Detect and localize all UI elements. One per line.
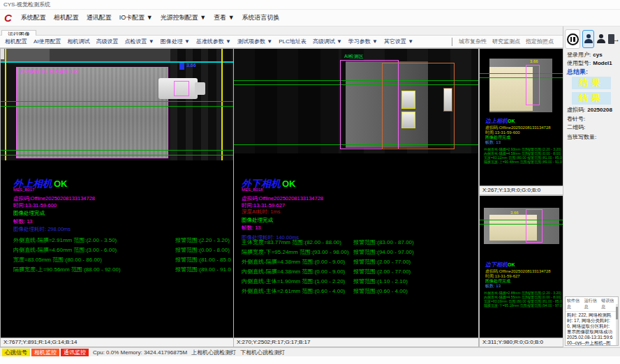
menu-item-4[interactable]: IO卡配置 ▼ xyxy=(119,13,153,22)
camera-panel-outer-bottom: AI检测区 外下相机OK MES_B018 虚拟码:Offline2025020… xyxy=(234,49,478,347)
measure-line xyxy=(480,73,563,74)
camera-image-edge-top[interactable]: 3.66 xyxy=(480,49,563,116)
measure-value: 隔膜宽度-下=95.24mm 范围:(93.00 - 98.00) xyxy=(242,248,353,257)
status-ok: OK xyxy=(282,179,296,189)
measure-value: 隔膜宽度-上=90.48mm 范围:(88.00 - 92.00) xyxy=(484,160,527,164)
control-buttons xyxy=(565,29,619,49)
result-box-1: 结果 xyxy=(572,77,611,89)
title-bar[interactable]: CYS-视觉检测系统 xyxy=(0,0,620,10)
elapsed-line: 图像处理耗时: 298.00ms xyxy=(13,226,231,233)
cam-bottom-heartbeat-label: 下相机心跳检测灯 xyxy=(240,349,285,356)
ai-zone-label: AI检测区 xyxy=(344,53,364,60)
detection-box-magenta xyxy=(526,209,542,243)
done-line: 图像处理完成 xyxy=(485,135,561,140)
toolbar-item-2[interactable]: AI使用配置 xyxy=(34,38,61,45)
virtual-code-line: 虚拟码:Offline20250208133134728 xyxy=(242,195,472,202)
main-area: 静态阈值:93, 动态阈值:100 3.66 外上相机OK MES_B017 虚… xyxy=(0,48,563,347)
time-line: 时间:13-31-59-600 xyxy=(485,130,561,135)
virtual-code-field: 虚拟码:20250208 xyxy=(567,106,612,114)
status-badge-2: 相机监控 xyxy=(31,349,59,356)
alarm-range: 报警范围:(1.10 - 2.10) xyxy=(353,278,408,285)
info-tab-2[interactable]: 运行信息 xyxy=(584,298,600,310)
done-line: 图像处理完成 xyxy=(485,279,561,284)
virtual-code-line: 虚拟码:Offline20250208133134728 xyxy=(485,269,561,274)
camera-image-outer-bottom[interactable]: AI检测区 xyxy=(234,49,478,153)
measure-value: 宽度=83.05mm 范围:(80.00 - 86.00) xyxy=(13,255,175,265)
pause-button[interactable] xyxy=(565,29,580,49)
toolbar-item-7[interactable]: 基准线参数 ▼ xyxy=(196,38,231,45)
edge-spot xyxy=(443,88,452,112)
toolbar-item-12[interactable]: 其它设置 ▼ xyxy=(384,38,413,45)
alarm-range: 报警范围:(89.00 - 91.00) xyxy=(527,160,562,164)
measure-value: 隔膜宽度-上=90.56mm 范围:(88.00 - 92.00) xyxy=(13,265,175,275)
detection-box-magenta xyxy=(526,65,540,105)
app-window: CYS-视觉检测系统 C 系统配置相机配置通讯配置IO卡配置 ▼光源控制配置 ▼… xyxy=(0,0,620,364)
measure-value: 外侧直线-隔膜=4.38mm 范围:(0.00 - 9.00) xyxy=(242,257,353,267)
info-log-box: 软件信息运行信息错误信息 耗时: 222, 网络检测耗时: 17, 网络分类耗时… xyxy=(565,296,619,346)
frame-line: 帧数: 13 xyxy=(485,284,561,289)
menu-item-2[interactable]: 相机配置 xyxy=(54,13,79,22)
pixel-coord-bar-outer-top: X:7677;Y:891;R:14;G:14;B:14 xyxy=(1,338,233,347)
status-bar: 心跳信号相机监控通讯监控 Cpu: 0.0% Memory: 3424.4179… xyxy=(0,347,620,356)
measure-line xyxy=(1,155,233,156)
toolbar-right-item-2[interactable]: 研究监测点 xyxy=(492,38,520,45)
menu-bar: C 系统配置相机配置通讯配置IO卡配置 ▼光源控制配置 ▼查看 ▼系统语言切换 xyxy=(0,10,620,26)
marker-value: 3.66 xyxy=(510,211,519,215)
menu-item-7[interactable]: 系统语言切换 xyxy=(242,13,280,22)
menu-item-1[interactable]: 系统配置 xyxy=(21,13,46,22)
app-logo-icon: C xyxy=(4,13,12,23)
toolbar-items: 相机配置AI使用配置相机调试高级设置点检设置 ▼图像处理 ▼基准线参数 ▼测试项… xyxy=(5,38,413,45)
toolbar-item-9[interactable]: PLC地址表 xyxy=(279,38,307,45)
ai-elapsed-line: 深度AI耗时: 1ms xyxy=(242,208,472,215)
threshold-overlay-text: 静态阈值:93, 动态阈值:100 xyxy=(20,68,78,75)
status-badge-1: 心跳信号 xyxy=(2,349,30,356)
measure-row: 隔膜宽度-上=90.48mm 范围:(88.00 - 92.00)报警范围:(8… xyxy=(484,160,562,164)
exit-button[interactable] xyxy=(608,31,619,47)
baseline-cyan xyxy=(1,61,233,63)
measure-rows-edge-top: 外侧直线-隔膜=2.93mm 范围:(2.00 - 3.50)报警范围:(2.2… xyxy=(484,147,562,164)
toolbar-item-3[interactable]: 相机调试 xyxy=(68,38,90,45)
toolbar-item-8[interactable]: 测试项参数 ▼ xyxy=(237,38,272,45)
control-panel: 登录用户:cys 使用型号:Model1 总结果: 结果 结果 虚拟码:2025… xyxy=(563,26,620,347)
time-line: 时间:13-31-59-627 xyxy=(485,274,561,279)
toolbar-item-11[interactable]: 学习参数 ▼ xyxy=(348,38,378,45)
result-report-outer-bottom: 外下相机OK MES_B018 虚拟码:Offline2025020813313… xyxy=(242,179,472,241)
toolbar-item-4[interactable]: 高级设置 xyxy=(96,38,119,45)
camera-image-outer-top[interactable]: 静态阈值:93, 动态阈值:100 3.66 xyxy=(1,49,233,160)
cam-top-heartbeat-label: 上相机心跳检测灯 xyxy=(191,349,236,356)
measure-rows-outer-bottom: 主体宽度=83.77mm 范围:(82.00 - 88.00)报警范围:(83.… xyxy=(242,238,475,296)
log-scrollbar[interactable] xyxy=(616,304,618,345)
alarm-range: 报警范围:(2.00 - 77.00) xyxy=(353,268,411,275)
status-badge-3: 通讯监控 xyxy=(61,349,89,356)
login-user-button[interactable] xyxy=(582,30,594,48)
menu-item-5[interactable]: 光源控制配置 ▼ xyxy=(161,13,206,22)
toolbar-item-5[interactable]: 点检设置 ▼ xyxy=(125,38,154,45)
camera-image-edge-bottom[interactable]: 3.66 xyxy=(480,196,563,250)
measure-row: 外侧直线-主体=2.61mm 范围:(0.60 - 4.00)报警范围:(0.6… xyxy=(242,287,475,296)
toolbar-right-item-1[interactable]: 城市复杂性 xyxy=(459,38,487,45)
toolbar-item-10[interactable]: 高级调试 ▼ xyxy=(313,38,342,45)
pixel-coord-bar-outer-bottom: X:270;Y:2502;R:17;G:17;B:17 xyxy=(234,338,478,347)
camera-panel-edge-top: 3.66 边上相机OK 虚拟码:Offline20250208133134728… xyxy=(480,49,563,195)
measure-row: 主体宽度=83.77mm 范围:(82.00 - 88.00)报警范围:(83.… xyxy=(242,238,475,248)
virtual-code-line: 虚拟码:Offline20250208133134728 xyxy=(13,195,231,202)
toolbar-right-item-3[interactable]: 指定拍照点 xyxy=(526,38,554,45)
log-text: 耗时: 222, 网络检测耗时: 17, 网络分类耗时: 0, 网络提取分区耗时… xyxy=(566,312,618,346)
marker-value: 3.66 xyxy=(530,59,538,63)
menu-item-3[interactable]: 通讯配置 xyxy=(87,13,112,22)
info-tab-3[interactable]: 错误信息 xyxy=(601,298,617,310)
pin-number-field: 卷针号: xyxy=(567,115,585,123)
camera-title: 边上相机OK xyxy=(485,118,561,124)
status-badges: 心跳信号相机监控通讯监控 xyxy=(2,349,89,356)
detection-box xyxy=(174,81,189,96)
toolbar-item-6[interactable]: 图像处理 ▼ xyxy=(161,38,190,45)
alarm-range: 报警范围:(2.00 - 77.00) xyxy=(353,259,411,265)
info-tab-1[interactable]: 软件信息 xyxy=(567,298,582,310)
toolbar-right-items: 城市复杂性研究监测点指定拍照点 xyxy=(459,38,558,45)
measure-line xyxy=(480,77,563,78)
operator-button[interactable] xyxy=(596,31,606,47)
status-ok: OK xyxy=(54,179,68,189)
toolbar-item-1[interactable]: 相机配置 xyxy=(5,38,27,45)
menu-item-6[interactable]: 查看 ▼ xyxy=(214,13,234,22)
virtual-code-line: 虚拟码:Offline20250208133134728 xyxy=(485,126,561,130)
